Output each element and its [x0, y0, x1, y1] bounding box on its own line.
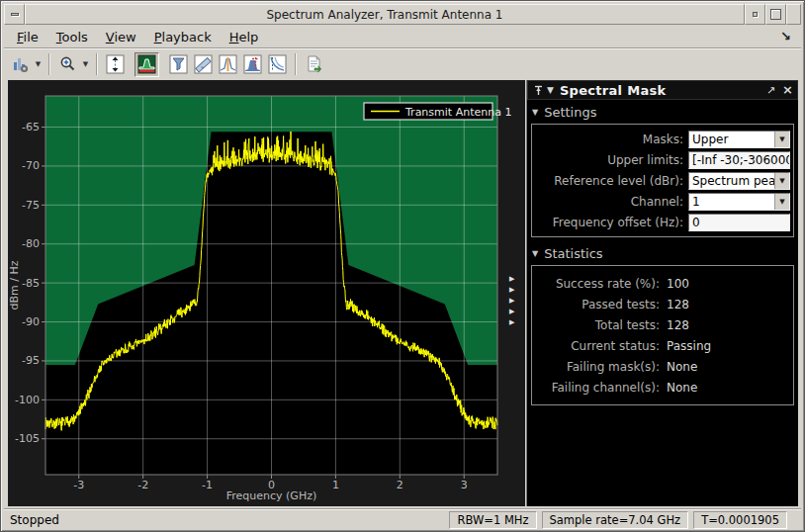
dock-arrow-icon[interactable]: ↘	[780, 29, 791, 44]
autoscale-y-button[interactable]	[103, 52, 128, 77]
frequency-offset-input[interactable]: 0	[688, 214, 790, 231]
frequency-offset-label: Frequency offset (Hz):	[535, 216, 688, 229]
channel-measurements-icon	[243, 54, 262, 74]
spectral-mask-panel: ▼ Spectral Mask ↗ × ▼ Settings Masks: Up…	[526, 80, 798, 506]
status-bar: Stopped RBW=1 MHz Sample rate=7.04 GHz T…	[4, 508, 801, 530]
masks-label: Masks:	[535, 133, 688, 146]
x-axis-label: Frequency (GHz)	[226, 489, 316, 502]
splitter-arrow-icon: ▶	[509, 285, 521, 296]
reference-level-label: Reference level (dBr):	[535, 174, 688, 188]
window-menu-icon	[11, 13, 19, 16]
y-tick-label: -65	[22, 121, 40, 133]
spectrum-analyzer-window: Spectrum Analyzer, Transmit Antenna 1 Fi…	[0, 0, 805, 532]
legend-label: Transmit Antenna 1	[404, 106, 511, 119]
y-tick-label: -70	[22, 159, 40, 172]
splitter-arrow-icon: ▶	[509, 307, 521, 317]
toolbar: ▼ ▼	[4, 49, 801, 79]
status-text: Stopped	[10, 513, 59, 527]
y-tick-label: -105	[15, 432, 40, 445]
maximize-icon	[770, 9, 781, 20]
statistics-group: Success rate (%): 100 Passed tests: 128 …	[531, 265, 794, 405]
generate-script-button[interactable]	[302, 52, 326, 77]
pin-icon[interactable]	[534, 85, 543, 96]
channel-measurements-button[interactable]	[240, 52, 265, 77]
statistics-section-title: Statistics	[544, 246, 602, 261]
panel-splitter[interactable]: ▶ ▶ ▶ ▶ ▶	[509, 274, 521, 328]
menu-help[interactable]: Help	[221, 28, 268, 46]
channel-row: Channel: 1 ▼	[535, 191, 790, 212]
minimize-icon	[753, 12, 758, 17]
occupied-bandwidth-button[interactable]	[265, 52, 290, 77]
peak-finder-button[interactable]	[216, 52, 240, 77]
minimize-button[interactable]	[745, 4, 765, 25]
channel-select[interactable]: 1 ▼	[688, 193, 790, 211]
toolbar-separator	[96, 53, 98, 75]
spectrum-plot[interactable]: -3-2-10123-65-70-75-80-85-90-95-100-105F…	[8, 80, 525, 506]
success-rate-row: Success rate (%): 100	[535, 273, 790, 294]
chevron-down-icon[interactable]: ▼	[774, 132, 789, 147]
reference-level-select[interactable]: Spectrum peak ▼	[688, 172, 790, 190]
distortion-measurements-button[interactable]	[166, 52, 191, 77]
menu-file[interactable]: File	[8, 28, 47, 46]
frequency-offset-row: Frequency offset (Hz): 0	[535, 212, 790, 232]
zoom-button[interactable]	[55, 52, 80, 77]
spectral-mask-icon	[137, 54, 156, 74]
close-icon[interactable]: ×	[782, 85, 793, 95]
failing-channels-value: None	[667, 381, 697, 395]
x-tick-label: 2	[397, 479, 403, 491]
failing-channels-row: Failing channel(s): None	[535, 377, 790, 398]
success-rate-value: 100	[667, 277, 689, 291]
menu-bar: File Tools View Playback Help ↘	[4, 27, 801, 48]
distortion-measurements-icon	[169, 54, 188, 74]
statistics-section-header[interactable]: ▼ Statistics	[527, 241, 798, 264]
menu-view[interactable]: View	[97, 28, 145, 46]
reference-level-row: Reference level (dBr): Spectrum peak ▼	[535, 170, 790, 191]
y-tick-label: -95	[22, 354, 40, 367]
failing-masks-value: None	[667, 360, 697, 374]
x-tick-label: -2	[137, 479, 148, 491]
panel-collapse-icon[interactable]: ▼	[547, 85, 554, 95]
spectral-mask-button[interactable]	[134, 52, 159, 77]
current-status-value: Passing	[667, 339, 711, 353]
cursor-measurements-button[interactable]	[191, 52, 216, 77]
chevron-down-icon[interactable]: ▼	[774, 194, 789, 210]
cursor-measurements-icon	[194, 54, 213, 74]
masks-select[interactable]: Upper ▼	[688, 131, 790, 148]
toolbar-separator	[48, 53, 50, 75]
spectrum-settings-icon	[12, 55, 30, 73]
splitter-arrow-icon: ▶	[509, 274, 521, 285]
autoscale-y-icon	[106, 54, 125, 74]
chevron-down-icon[interactable]: ▼	[774, 173, 789, 189]
spectrum-plot-figure: -3-2-10123-65-70-75-80-85-90-95-100-105F…	[8, 80, 525, 506]
settings-group: Masks: Upper ▼ Upper limits: [-Inf -30;-…	[531, 124, 794, 237]
y-tick-label: -100	[15, 394, 40, 406]
maximize-button[interactable]	[765, 4, 786, 25]
spectrum-settings-caret[interactable]: ▼	[33, 52, 44, 77]
window-title: Spectrum Analyzer, Transmit Antenna 1	[25, 4, 745, 25]
current-status-row: Current status: Passing	[535, 335, 790, 356]
spectrum-settings-button[interactable]	[8, 52, 33, 77]
upper-limits-input[interactable]: [-Inf -30;-306000	[688, 151, 790, 169]
y-tick-label: -80	[22, 237, 40, 250]
sample-rate-cell: Sample rate=7.04 GHz	[542, 511, 689, 529]
y-tick-label: -85	[22, 277, 40, 290]
undock-icon[interactable]: ↗	[766, 84, 775, 97]
splitter-arrow-icon: ▶	[509, 296, 521, 307]
splitter-arrow-icon: ▶	[509, 317, 521, 328]
time-cell: T=0.0001905	[693, 511, 787, 529]
peak-finder-icon	[219, 54, 237, 74]
failing-masks-row: Failing mask(s): None	[535, 356, 790, 377]
settings-section-title: Settings	[544, 105, 596, 120]
y-tick-label: -90	[22, 315, 40, 328]
zoom-caret[interactable]: ▼	[80, 52, 91, 77]
menu-playback[interactable]: Playback	[145, 28, 221, 46]
settings-section-header[interactable]: ▼ Settings	[527, 100, 798, 123]
masks-row: Masks: Upper ▼	[535, 129, 790, 149]
window-menu-button[interactable]	[4, 4, 25, 25]
y-tick-label: -75	[22, 199, 40, 212]
spectral-mask-panel-header: ▼ Spectral Mask ↗ ×	[527, 80, 798, 100]
section-collapse-icon: ▼	[532, 249, 538, 258]
total-tests-value: 128	[667, 318, 689, 332]
y-axis-label: dBm / Hz	[8, 260, 21, 310]
menu-tools[interactable]: Tools	[47, 28, 97, 46]
